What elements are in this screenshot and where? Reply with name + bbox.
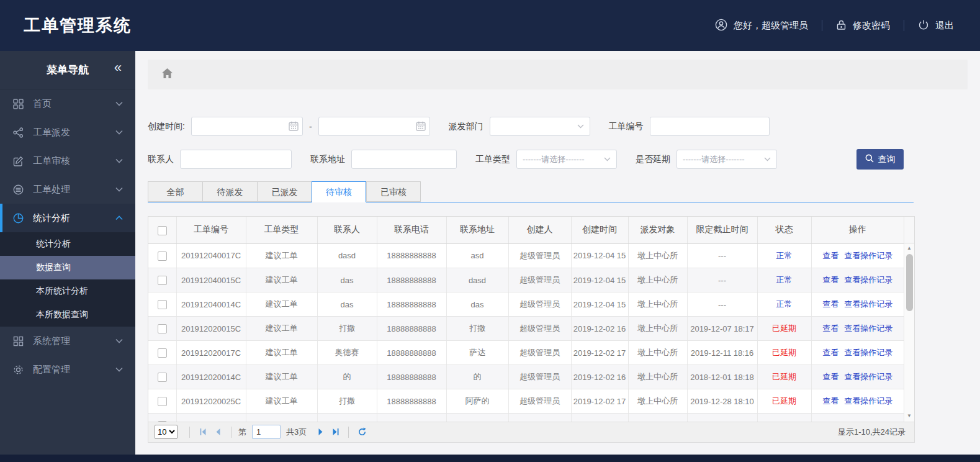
tab-1[interactable]: 待派发: [202, 181, 257, 202]
sidebar-title-label: 菜单导航: [47, 63, 89, 77]
order-no-input[interactable]: [650, 117, 770, 136]
row-checkbox[interactable]: [158, 348, 167, 358]
submenu-item-station-data-query[interactable]: 本所数据查询: [0, 303, 135, 327]
dispatch-dept-select[interactable]: [490, 117, 590, 136]
create-time-start-input[interactable]: [191, 117, 303, 136]
logout-button[interactable]: 退出: [918, 19, 954, 32]
row-checkbox[interactable]: [158, 397, 167, 406]
cell-address: dasd: [446, 268, 508, 292]
select-all-checkbox[interactable]: [158, 226, 167, 235]
calendar-icon[interactable]: [416, 121, 426, 133]
view-link[interactable]: 查看: [822, 372, 838, 381]
cell-deadline: [687, 414, 757, 422]
user-greeting[interactable]: 您好，超级管理员: [715, 19, 808, 33]
sidebar-item-label: 配置管理: [33, 364, 70, 376]
page-number-input[interactable]: [252, 425, 281, 439]
scroll-down-icon[interactable]: ▼: [904, 411, 914, 420]
scrollbar-thumb[interactable]: [906, 254, 913, 311]
last-page-button[interactable]: [328, 425, 343, 439]
sidebar-item-statistics[interactable]: 统计分析: [0, 204, 135, 232]
refresh-icon[interactable]: [354, 425, 369, 439]
column-header: 工单类型: [246, 217, 317, 243]
cell-status: 已延期: [757, 389, 811, 414]
sidebar-item-label: 工单审核: [33, 155, 70, 167]
total-pages-label: 共3页: [286, 427, 307, 438]
cell-status: 已延期: [757, 365, 811, 389]
change-password-label: 修改密码: [853, 20, 890, 32]
submenu-item-station-statistics[interactable]: 本所统计分析: [0, 279, 135, 303]
select-value: -------请选择-------: [523, 154, 585, 165]
row-checkbox[interactable]: [158, 276, 167, 285]
cell-address: 的: [446, 365, 508, 389]
cell-target: 墩上中心所: [628, 292, 687, 317]
submenu-item-data-query[interactable]: 数据查询: [0, 256, 135, 279]
submenu-item-label: 本所数据查询: [36, 309, 88, 320]
view-link[interactable]: 查看: [822, 324, 838, 333]
collapse-sidebar-icon[interactable]: «: [114, 60, 122, 76]
cell-target: [628, 414, 687, 422]
view-link[interactable]: 查看: [822, 299, 838, 309]
view-log-link[interactable]: 查看操作记录: [844, 324, 892, 333]
first-page-button[interactable]: [196, 425, 210, 439]
contact-address-input[interactable]: [351, 150, 457, 169]
cell-contact: dasd: [317, 244, 377, 268]
cell-phone: 18888888888: [377, 389, 446, 414]
search-button[interactable]: 查询: [856, 149, 904, 170]
view-log-link[interactable]: 查看操作记录: [844, 348, 892, 357]
row-checkbox[interactable]: [158, 373, 167, 382]
order-type-select[interactable]: -------请选择-------: [516, 150, 617, 169]
sidebar-item-review[interactable]: 工单审核: [0, 147, 135, 175]
app-title: 工单管理系统: [0, 14, 132, 37]
sidebar-item-process[interactable]: 工单处理: [0, 175, 135, 204]
topbar-user-area: 您好，超级管理员 修改密码 退出: [715, 19, 980, 33]
view-log-link[interactable]: 查看操作记录: [844, 396, 892, 405]
prev-page-button[interactable]: [210, 425, 225, 439]
contact-input[interactable]: [180, 150, 292, 169]
cell-target: 墩上中心所: [628, 317, 687, 341]
tab-2[interactable]: 已派发: [257, 181, 312, 202]
view-log-link[interactable]: 查看操作记录: [844, 299, 892, 309]
cell-target: 墩上中心所: [628, 244, 687, 268]
create-time-end-input[interactable]: [318, 117, 430, 136]
filter-panel: 创建时间: - 派发部门: [148, 117, 914, 169]
view-link[interactable]: 查看: [822, 251, 838, 260]
view-log-link[interactable]: 查看操作记录: [844, 372, 892, 381]
cell-created: 2019-12-04 15: [571, 292, 628, 317]
cell-type: 建议工单: [246, 389, 317, 414]
sidebar-item-home[interactable]: 首页: [0, 89, 135, 118]
view-log-link[interactable]: 查看操作记录: [844, 275, 892, 284]
home-icon[interactable]: [161, 68, 173, 81]
cell-deadline: 2019-12-28 18:10: [687, 389, 757, 414]
row-checkbox[interactable]: [158, 251, 167, 261]
select-all-header: [148, 217, 176, 243]
is-delayed-select[interactable]: -------请选择-------: [677, 150, 777, 169]
view-link[interactable]: 查看: [822, 396, 838, 405]
change-password-button[interactable]: 修改密码: [836, 19, 890, 32]
submenu-item-statistics-analysis[interactable]: 统计分析: [0, 232, 135, 256]
view-link[interactable]: 查看: [822, 275, 838, 284]
view-log-link[interactable]: 查看操作记录: [844, 251, 892, 260]
sidebar-item-config[interactable]: 配置管理: [0, 355, 135, 384]
cell-creator: 超级管理员: [508, 268, 571, 292]
page-size-select[interactable]: 10: [155, 425, 178, 439]
table-row: 201912020015C建议工单打撒18888888888打撒超级管理员201…: [148, 317, 904, 341]
calendar-icon[interactable]: [289, 121, 299, 133]
pager-divider: [231, 427, 232, 438]
sidebar-item-label: 系统管理: [33, 335, 70, 347]
sidebar-item-dispatch[interactable]: 工单派发: [0, 118, 135, 147]
submenu-item-label: 本所统计分析: [36, 286, 88, 297]
tab-3[interactable]: 待审核: [312, 181, 366, 202]
chevron-down-icon: [115, 367, 123, 372]
cell-actions: [811, 414, 904, 422]
tab-0[interactable]: 全部: [148, 181, 202, 202]
table-row: 201912020025C建议工单打撒18888888888阿萨的超级管理员20…: [148, 389, 904, 414]
row-checkbox[interactable]: [158, 300, 167, 309]
scroll-up-icon[interactable]: ▲: [904, 243, 914, 253]
order-type-label: 工单类型: [475, 154, 510, 165]
view-link[interactable]: 查看: [822, 348, 838, 357]
row-checkbox[interactable]: [158, 324, 167, 333]
sidebar-item-system[interactable]: 系统管理: [0, 327, 135, 355]
tab-4[interactable]: 已审核: [366, 181, 421, 202]
next-page-button[interactable]: [313, 425, 328, 439]
cell-id: 201912020017C: [176, 341, 246, 365]
